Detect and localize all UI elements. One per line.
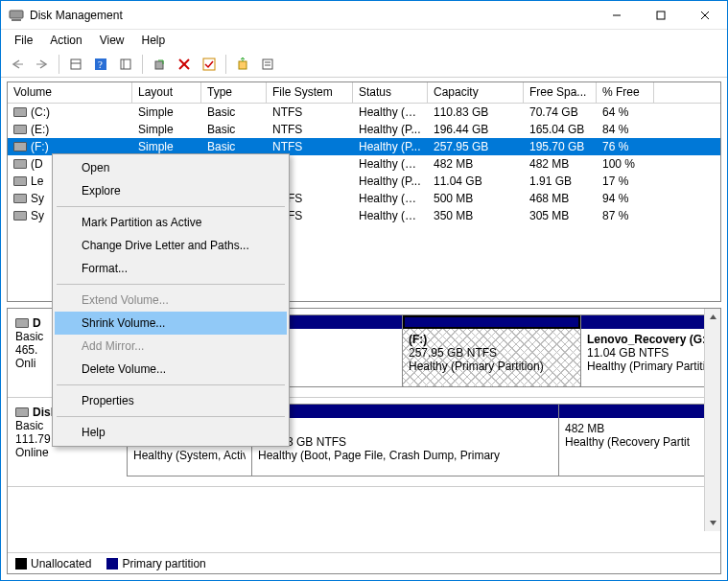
context-menu-item[interactable]: Open xyxy=(55,156,287,179)
svg-rect-12 xyxy=(121,59,130,69)
context-menu-item[interactable]: Explore xyxy=(55,179,287,202)
svg-rect-17 xyxy=(203,58,215,70)
delete-icon[interactable] xyxy=(174,54,195,75)
svg-rect-1 xyxy=(12,19,21,21)
svg-rect-3 xyxy=(657,12,665,19)
col-fs[interactable]: File System xyxy=(267,82,353,103)
scrollbar[interactable] xyxy=(704,309,720,531)
volume-icon xyxy=(13,194,27,203)
col-freespace[interactable]: Free Spa... xyxy=(524,82,597,103)
legend-primary: Primary partition xyxy=(106,557,205,570)
volume-row[interactable]: (C:)SimpleBasicNTFSHealthy (B...110.83 G… xyxy=(8,104,720,121)
svg-rect-8 xyxy=(71,59,81,69)
context-menu-item[interactable]: Help xyxy=(55,421,287,444)
volume-icon xyxy=(13,125,27,134)
menu-separator xyxy=(57,416,285,417)
context-menu-item[interactable]: Change Drive Letter and Paths... xyxy=(55,234,287,257)
check-icon[interactable] xyxy=(199,54,220,75)
partition[interactable]: Lenovo_Recovery (G:)11.04 GB NTFSHealthy… xyxy=(581,315,714,386)
svg-text:?: ? xyxy=(98,58,103,70)
context-menu-item: Extend Volume... xyxy=(55,289,287,312)
scroll-down-icon[interactable] xyxy=(705,515,721,531)
col-layout[interactable]: Layout xyxy=(132,82,201,103)
col-type[interactable]: Type xyxy=(201,82,267,103)
context-menu-item[interactable]: Mark Partition as Active xyxy=(55,211,287,234)
context-menu-item[interactable]: Shrink Volume... xyxy=(55,312,287,335)
svg-rect-0 xyxy=(10,11,23,18)
partition-header xyxy=(559,405,713,418)
partition-header xyxy=(252,405,558,418)
volume-icon xyxy=(13,142,27,151)
titlebar: Disk Management xyxy=(1,1,727,30)
menu-file[interactable]: File xyxy=(7,32,40,49)
tool-icon[interactable] xyxy=(232,54,253,75)
svg-rect-18 xyxy=(239,61,247,69)
volume-icon xyxy=(13,176,27,186)
partition-body: (F:)257.95 GB NTFSHealthy (Primary Parti… xyxy=(403,329,580,386)
disk-icon xyxy=(15,407,29,417)
svg-rect-19 xyxy=(263,59,272,69)
toolbar: ? xyxy=(1,51,727,78)
help-icon[interactable]: ? xyxy=(90,54,111,75)
back-button[interactable] xyxy=(7,54,28,75)
col-status[interactable]: Status xyxy=(353,82,428,103)
context-menu-item[interactable]: Properties xyxy=(55,389,287,412)
close-button[interactable] xyxy=(683,1,727,29)
column-headers: Volume Layout Type File System Status Ca… xyxy=(8,82,720,104)
app-icon xyxy=(9,8,24,23)
volume-icon xyxy=(13,211,27,221)
minimize-button[interactable] xyxy=(595,1,639,29)
scroll-up-icon[interactable] xyxy=(705,309,721,325)
menu-action[interactable]: Action xyxy=(42,32,89,49)
forward-button[interactable] xyxy=(32,54,53,75)
partition-body: Lenovo_Recovery (G:)11.04 GB NTFSHealthy… xyxy=(581,329,714,386)
menu-separator xyxy=(57,206,285,207)
refresh-icon[interactable] xyxy=(149,54,170,75)
tool-icon[interactable] xyxy=(115,54,136,75)
legend-unallocated: Unallocated xyxy=(15,557,91,570)
volume-icon xyxy=(13,159,27,169)
partition[interactable]: (F:)257.95 GB NTFSHealthy (Primary Parti… xyxy=(403,315,581,386)
partition[interactable]: (C:)110.83 GB NTFSHealthy (Boot, Page Fi… xyxy=(252,405,559,476)
tool-icon[interactable] xyxy=(65,54,86,75)
partition[interactable]: 482 MBHealthy (Recovery Partit xyxy=(559,405,713,476)
col-pctfree[interactable]: % Free xyxy=(597,82,654,103)
col-capacity[interactable]: Capacity xyxy=(428,82,524,103)
maximize-button[interactable] xyxy=(639,1,683,29)
context-menu-item: Add Mirror... xyxy=(55,335,287,358)
partition-header xyxy=(403,315,580,329)
menu-separator xyxy=(57,384,285,385)
disk-icon xyxy=(15,318,29,328)
context-menu-item[interactable]: Delete Volume... xyxy=(55,358,287,381)
col-volume[interactable]: Volume xyxy=(8,82,132,103)
context-menu: OpenExploreMark Partition as ActiveChang… xyxy=(52,153,290,447)
window-title: Disk Management xyxy=(24,9,595,22)
menu-help[interactable]: Help xyxy=(134,32,174,49)
menu-separator xyxy=(57,284,285,285)
partition-body: 482 MBHealthy (Recovery Partit xyxy=(559,418,713,476)
context-menu-item[interactable]: Format... xyxy=(55,257,287,280)
legend: Unallocated Primary partition xyxy=(8,552,720,573)
menu-view[interactable]: View xyxy=(92,32,132,49)
partition-body: (C:)110.83 GB NTFSHealthy (Boot, Page Fi… xyxy=(252,418,558,476)
menubar: File Action View Help xyxy=(1,30,727,51)
volume-row[interactable]: (E:)SimpleBasicNTFSHealthy (P...196.44 G… xyxy=(8,121,720,138)
volume-icon xyxy=(13,107,27,117)
partition-header xyxy=(581,315,714,329)
properties-icon[interactable] xyxy=(257,54,278,75)
svg-rect-14 xyxy=(155,61,163,69)
